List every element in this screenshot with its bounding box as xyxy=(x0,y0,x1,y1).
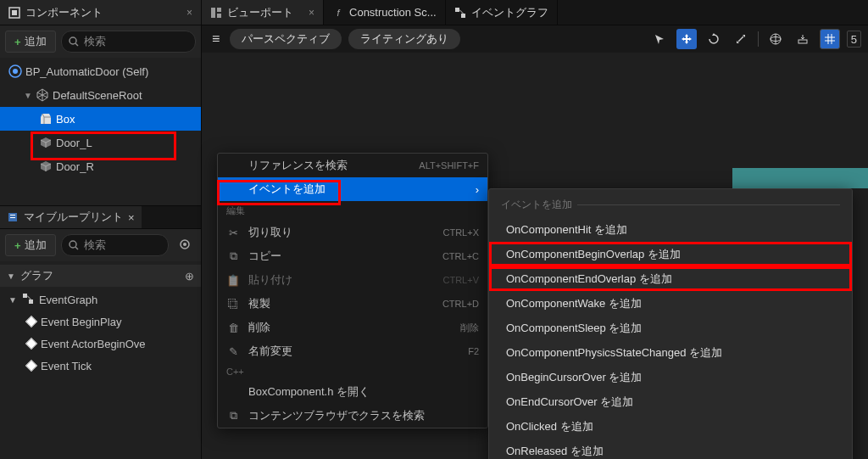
graph-row-eventgraph[interactable]: ▼ EventGraph xyxy=(8,288,201,311)
perspective-dropdown[interactable]: パースペクティブ xyxy=(230,29,342,49)
tree-label: BP_AutomaticDoor (Self) xyxy=(25,65,148,78)
tree-label: DefaultSceneRoot xyxy=(53,89,142,102)
duplicate-icon: ⿻ xyxy=(226,298,240,311)
tab-components[interactable]: コンポーネント × xyxy=(0,0,202,25)
gear-icon[interactable] xyxy=(174,238,196,253)
svg-rect-2 xyxy=(211,8,215,18)
ctx-label: BoxComponent.h を開く xyxy=(248,384,370,400)
myblueprint-toolbar: + 追加 検索 xyxy=(0,229,201,261)
ctx-open-header[interactable]: BoxComponent.h を開く xyxy=(218,380,487,404)
submenu-item-oncomponentbeginoverlap[interactable]: OnComponentBeginOverlap を追加 xyxy=(489,242,852,266)
search-input[interactable]: 検索 xyxy=(61,234,169,256)
submenu-item-onendcursorover[interactable]: OnEndCursorOver を追加 xyxy=(489,389,852,414)
tree-row-door-r[interactable]: Door_R xyxy=(0,154,201,178)
graph-icon xyxy=(22,293,34,307)
tree-row-blueprint-self[interactable]: BP_AutomaticDoor (Self) xyxy=(0,59,201,83)
add-label: 追加 xyxy=(25,238,47,253)
lighting-label: ライティングあり xyxy=(360,32,448,45)
svg-line-25 xyxy=(738,36,743,42)
chevron-down-icon[interactable]: ▼ xyxy=(8,295,17,305)
ctx-section-edit: 編集 xyxy=(218,201,487,221)
close-icon[interactable]: × xyxy=(309,7,314,19)
svg-rect-22 xyxy=(23,294,27,298)
ctx-label: 複製 xyxy=(248,296,270,311)
ctx-label: コンテンツブラウザでクラスを検索 xyxy=(248,408,425,423)
submenu-item-onbegincursorover[interactable]: OnBeginCursorOver を追加 xyxy=(489,365,852,389)
svg-rect-17 xyxy=(10,217,15,218)
myblueprint-tabbar: マイブループリント × xyxy=(0,205,201,229)
tree-row-scene-root[interactable]: ▼ DefaultSceneRoot xyxy=(0,83,201,107)
lighting-dropdown[interactable]: ライティングあり xyxy=(348,29,460,49)
event-icon xyxy=(25,316,37,327)
perspective-label: パースペクティブ xyxy=(242,32,330,45)
svg-rect-4 xyxy=(217,14,221,18)
tab-myblueprint[interactable]: マイブループリント × xyxy=(0,206,142,228)
close-icon[interactable]: × xyxy=(128,211,135,224)
ctx-search-references[interactable]: リファレンスを検索 ALT+SHIFT+F xyxy=(218,154,487,177)
ctx-label: 貼り付け xyxy=(248,272,292,288)
svg-point-18 xyxy=(70,241,76,248)
svg-rect-6 xyxy=(461,14,465,18)
submenu-item-oncomponentendoverlap[interactable]: OnComponentEndOverlap を追加 xyxy=(489,266,852,291)
event-row-actorbeginoverlap[interactable]: Event ActorBeginOve xyxy=(8,333,201,355)
search-input[interactable]: 検索 xyxy=(61,31,196,53)
move-tool-icon[interactable] xyxy=(676,29,697,49)
tab-event-graph[interactable]: イベントグラフ xyxy=(446,0,558,25)
add-circle-icon[interactable]: ⊕ xyxy=(185,270,194,283)
graph-icon xyxy=(454,7,466,19)
viewport-menu-icon[interactable]: ≡ xyxy=(209,31,223,47)
svg-line-24 xyxy=(27,295,31,299)
tab-construction-script[interactable]: f Construction Sc... xyxy=(324,0,446,25)
close-icon[interactable]: × xyxy=(186,7,192,19)
graph-label: EventGraph xyxy=(39,294,97,306)
box-collision-icon xyxy=(39,112,53,126)
submenu-item-onclicked[interactable]: OnClicked を追加 xyxy=(489,414,852,439)
blueprint-icon xyxy=(8,64,22,78)
tree-label: Door_L xyxy=(56,137,92,149)
event-icon xyxy=(25,360,37,372)
tree-row-door-l[interactable]: Door_L xyxy=(0,131,201,154)
coordinate-space-icon[interactable] xyxy=(765,29,786,49)
event-row-beginplay[interactable]: Event BeginPlay xyxy=(8,311,201,333)
svg-line-9 xyxy=(75,43,78,46)
event-row-tick[interactable]: Event Tick xyxy=(8,355,201,377)
add-button[interactable]: + 追加 xyxy=(5,31,56,53)
tree-row-box[interactable]: Box xyxy=(0,107,201,131)
scale-tool-icon[interactable] xyxy=(731,29,751,49)
event-label: Event ActorBeginOve xyxy=(41,338,146,350)
event-label: Event Tick xyxy=(41,360,92,372)
tab-label: コンポーネント xyxy=(25,5,103,20)
submenu-item-oncomponentsleep[interactable]: OnComponentSleep を追加 xyxy=(489,316,852,340)
submenu-header: イベントを追加 xyxy=(489,196,852,217)
ctx-label: 切り取り xyxy=(248,225,292,240)
section-graph[interactable]: ▼ グラフ ⊕ xyxy=(0,265,201,287)
ctx-add-event[interactable]: イベントを追加 › xyxy=(218,177,487,201)
ctx-find-class[interactable]: ⧉ コンテンツブラウザでクラスを検索 xyxy=(218,404,487,428)
ctx-rename[interactable]: ✎ 名前変更 F2 xyxy=(218,339,487,363)
ctx-cut[interactable]: ✂ 切り取り CTRL+X xyxy=(218,221,487,244)
submenu-item-oncomponentwake[interactable]: OnComponentWake を追加 xyxy=(489,291,852,316)
submenu-item-onreleased[interactable]: OnReleased を追加 xyxy=(489,439,852,459)
chevron-down-icon[interactable]: ▼ xyxy=(24,91,32,100)
viewport-toolbar: ≡ パースペクティブ ライティングあり 5 xyxy=(202,25,868,53)
add-button[interactable]: + 追加 xyxy=(5,234,56,256)
static-mesh-icon xyxy=(39,160,53,173)
tab-viewport[interactable]: ビューポート × xyxy=(202,0,324,25)
rotate-tool-icon[interactable] xyxy=(704,29,724,49)
submenu-header-label: イベントを追加 xyxy=(501,198,572,212)
ctx-delete[interactable]: 🗑 削除 削除 xyxy=(218,316,487,339)
ctx-duplicate[interactable]: ⿻ 複製 CTRL+D xyxy=(218,292,487,316)
select-tool-icon[interactable] xyxy=(649,29,670,49)
ctx-label: 削除 xyxy=(248,320,270,335)
viewport-icon xyxy=(210,7,222,19)
svg-rect-16 xyxy=(10,215,15,216)
app-tabbar: コンポーネント × ビューポート × f Construction Sc... … xyxy=(0,0,868,25)
copy-icon: ⧉ xyxy=(226,249,240,263)
grid-snap-value[interactable]: 5 xyxy=(847,31,861,48)
grid-snap-icon[interactable] xyxy=(820,29,840,49)
surface-snap-icon[interactable] xyxy=(793,29,813,49)
submenu-item-oncomponenthit[interactable]: OnComponentHit を追加 xyxy=(489,217,852,242)
tab-label: マイブループリント xyxy=(24,210,123,225)
ctx-copy[interactable]: ⧉ コピー CTRL+C xyxy=(218,244,487,268)
submenu-item-oncomponentphysicsstatechanged[interactable]: OnComponentPhysicsStateChanged を追加 xyxy=(489,340,852,365)
